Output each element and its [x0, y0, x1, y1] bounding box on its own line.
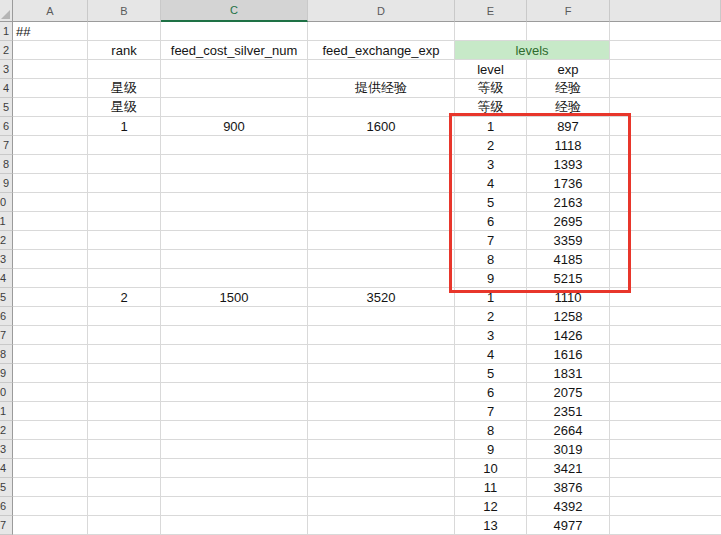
cell-C12[interactable] [161, 231, 308, 250]
cell-E27[interactable]: 13 [455, 516, 527, 535]
cell-C27[interactable] [161, 516, 308, 535]
cell-D22[interactable] [308, 421, 455, 440]
cell-F25[interactable]: 3876 [527, 478, 610, 497]
cell-B8[interactable] [88, 155, 161, 174]
cell-E18[interactable]: 4 [455, 345, 527, 364]
cell-D15[interactable]: 3520 [308, 288, 455, 307]
cell-D26[interactable] [308, 497, 455, 516]
cell-C23[interactable] [161, 440, 308, 459]
merged-cell-levels[interactable]: levels [455, 41, 610, 60]
cell-A26[interactable] [13, 497, 88, 516]
row-header-27[interactable]: 27 [0, 516, 13, 535]
cell-C21[interactable] [161, 402, 308, 421]
cell-A24[interactable] [13, 459, 88, 478]
column-header-C[interactable]: C [161, 0, 308, 22]
cell-C1[interactable] [161, 22, 308, 41]
cell-blank-4[interactable] [610, 79, 721, 98]
row-header-19[interactable]: 19 [0, 364, 13, 383]
cell-A5[interactable] [13, 98, 88, 117]
cell-D21[interactable] [308, 402, 455, 421]
row-header-21[interactable]: 21 [0, 402, 13, 421]
cell-C8[interactable] [161, 155, 308, 174]
cell-F20[interactable]: 2075 [527, 383, 610, 402]
cell-F1[interactable] [527, 22, 610, 41]
cell-D7[interactable] [308, 136, 455, 155]
cell-blank-17[interactable] [610, 326, 721, 345]
row-header-3[interactable]: 3 [0, 60, 13, 79]
cell-D1[interactable] [308, 22, 455, 41]
cell-A14[interactable] [13, 269, 88, 288]
cell-D16[interactable] [308, 307, 455, 326]
cell-blank-27[interactable] [610, 516, 721, 535]
cell-C25[interactable] [161, 478, 308, 497]
cell-E24[interactable]: 10 [455, 459, 527, 478]
row-header-4[interactable]: 4 [0, 79, 13, 98]
cell-B15[interactable]: 2 [88, 288, 161, 307]
cell-F17[interactable]: 1426 [527, 326, 610, 345]
cell-F3[interactable]: exp [527, 60, 610, 79]
cell-C15[interactable]: 1500 [161, 288, 308, 307]
cell-B9[interactable] [88, 174, 161, 193]
cell-F22[interactable]: 2664 [527, 421, 610, 440]
cell-E20[interactable]: 6 [455, 383, 527, 402]
cell-C13[interactable] [161, 250, 308, 269]
cell-D4[interactable]: 提供经验 [308, 79, 455, 98]
cell-A16[interactable] [13, 307, 88, 326]
row-header-14[interactable]: 14 [0, 269, 13, 288]
cell-D3[interactable] [308, 60, 455, 79]
cell-C19[interactable] [161, 364, 308, 383]
cell-D13[interactable] [308, 250, 455, 269]
cell-B11[interactable] [88, 212, 161, 231]
column-header-blank[interactable] [610, 0, 721, 22]
row-header-15[interactable]: 15 [0, 288, 13, 307]
cell-blank-23[interactable] [610, 440, 721, 459]
select-all-corner[interactable] [0, 0, 13, 22]
cell-C4[interactable] [161, 79, 308, 98]
row-header-24[interactable]: 24 [0, 459, 13, 478]
cell-C5[interactable] [161, 98, 308, 117]
row-header-9[interactable]: 9 [0, 174, 13, 193]
cell-B26[interactable] [88, 497, 161, 516]
cell-A9[interactable] [13, 174, 88, 193]
cell-B4[interactable]: 星级 [88, 79, 161, 98]
cell-D14[interactable] [308, 269, 455, 288]
cell-A6[interactable] [13, 117, 88, 136]
column-header-F[interactable]: F [527, 0, 610, 22]
cell-B12[interactable] [88, 231, 161, 250]
row-header-20[interactable]: 20 [0, 383, 13, 402]
cell-A13[interactable] [13, 250, 88, 269]
cell-B20[interactable] [88, 383, 161, 402]
cell-A12[interactable] [13, 231, 88, 250]
cell-F4[interactable]: 经验 [527, 79, 610, 98]
cell-E21[interactable]: 7 [455, 402, 527, 421]
cell-B22[interactable] [88, 421, 161, 440]
cell-A7[interactable] [13, 136, 88, 155]
cell-blank-21[interactable] [610, 402, 721, 421]
cell-C20[interactable] [161, 383, 308, 402]
cell-B10[interactable] [88, 193, 161, 212]
cell-E17[interactable]: 3 [455, 326, 527, 345]
row-header-26[interactable]: 26 [0, 497, 13, 516]
cell-C10[interactable] [161, 193, 308, 212]
cell-C17[interactable] [161, 326, 308, 345]
row-header-13[interactable]: 13 [0, 250, 13, 269]
cell-C16[interactable] [161, 307, 308, 326]
row-header-8[interactable]: 8 [0, 155, 13, 174]
cell-blank-1[interactable] [610, 22, 721, 41]
cell-A25[interactable] [13, 478, 88, 497]
cell-blank-25[interactable] [610, 478, 721, 497]
cell-A21[interactable] [13, 402, 88, 421]
cell-A19[interactable] [13, 364, 88, 383]
cell-B16[interactable] [88, 307, 161, 326]
cell-E3[interactable]: level [455, 60, 527, 79]
row-header-5[interactable]: 5 [0, 98, 13, 117]
row-header-23[interactable]: 23 [0, 440, 13, 459]
cell-B27[interactable] [88, 516, 161, 535]
cell-A15[interactable] [13, 288, 88, 307]
cell-A11[interactable] [13, 212, 88, 231]
cell-B24[interactable] [88, 459, 161, 478]
row-header-1[interactable]: 1 [0, 22, 13, 41]
cell-blank-26[interactable] [610, 497, 721, 516]
cell-C2[interactable]: feed_cost_silver_num [161, 41, 308, 60]
cell-F16[interactable]: 1258 [527, 307, 610, 326]
